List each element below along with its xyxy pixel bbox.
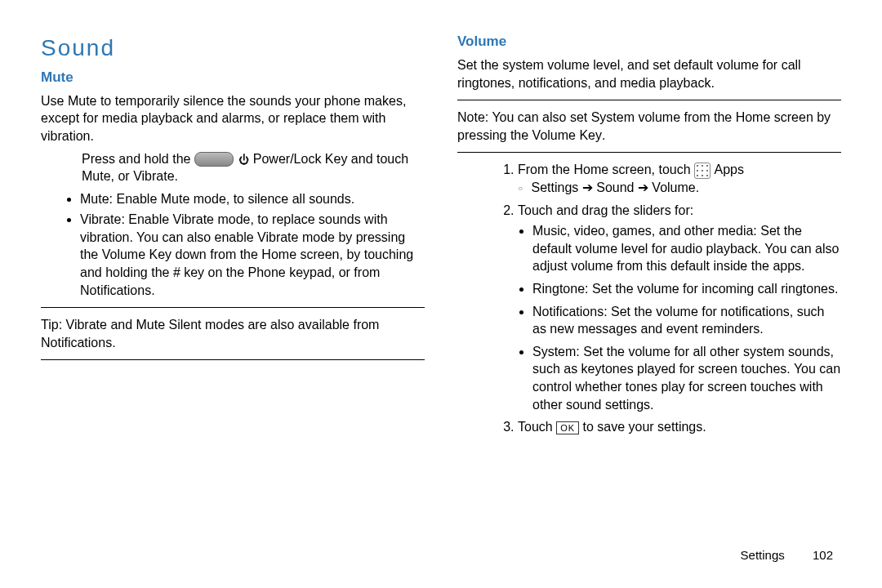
divider	[41, 359, 425, 360]
mute-press-line: Press and hold the ⏻ Power/Lock Key and …	[41, 150, 425, 185]
slider-notifications: Notifications: Set the volume for notifi…	[532, 303, 841, 338]
subsection-mute: Mute	[41, 69, 425, 87]
divider	[457, 152, 841, 153]
tip-line: Tip: Vibrate and Mute Silent modes are a…	[41, 316, 425, 351]
step-2: Touch and drag the sliders for: Music, v…	[518, 202, 841, 414]
page-footer: Settings 102	[741, 547, 833, 564]
volume-intro: Set the system volume level, and set def…	[457, 56, 841, 91]
divider	[41, 307, 425, 308]
divider	[457, 100, 841, 100]
power-icon: ⏻	[238, 153, 249, 167]
mute-intro: Use Mute to temporarily silence the soun…	[41, 92, 425, 145]
mute-bullet-vibrate: Vibrate: Enable Vibrate mode, to replace…	[80, 211, 425, 299]
sub-bullet-icon: ○	[518, 184, 523, 193]
section-heading-sound: Sound	[41, 33, 425, 64]
ok-button-label: OK	[556, 421, 579, 434]
mute-bullet-mute: Mute: Enable Mute mode, to silence all s…	[80, 190, 425, 208]
power-lock-button-icon	[194, 152, 234, 167]
slider-media: Music, video, games, and other media: Se…	[532, 222, 841, 275]
subsection-volume: Volume	[457, 33, 841, 51]
slider-system: System: Set the volume for all other sys…	[532, 343, 841, 413]
step-3: Touch OK to save your settings.	[518, 418, 841, 436]
apps-icon	[694, 163, 710, 179]
footer-page-number: 102	[813, 548, 833, 562]
footer-section: Settings	[741, 548, 785, 562]
step-1: From the Home screen, touch Apps ○ Setti…	[518, 161, 841, 196]
slider-ringtone: Ringtone: Set the volume for incoming ca…	[532, 280, 841, 298]
note-line: Note: You can also set System volume fro…	[457, 109, 841, 144]
